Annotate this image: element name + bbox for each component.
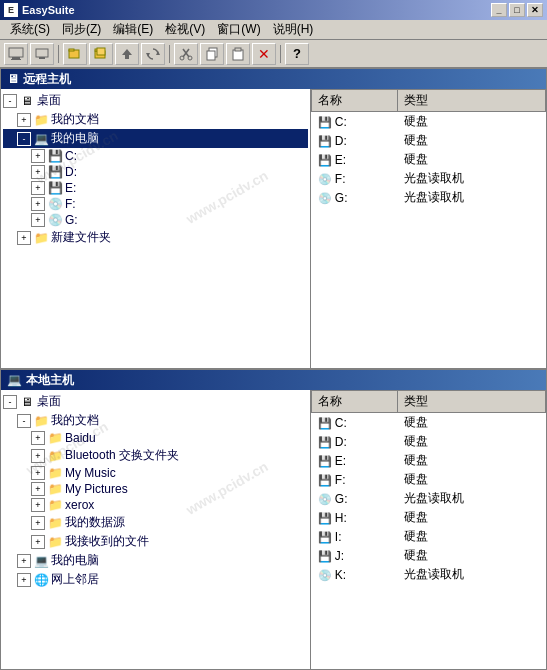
tree-item-local-desktop[interactable]: - 🖥 桌面 — [3, 392, 308, 411]
table-row[interactable]: 💿 G: 光盘读取机 — [312, 188, 546, 207]
tree-item-remote-mydocs[interactable]: + 📁 我的文档 — [3, 110, 308, 129]
expander-remote-e[interactable]: + — [31, 181, 45, 195]
toolbar-btn-cut[interactable] — [174, 43, 198, 65]
table-row[interactable]: 💾 C: 硬盘 — [312, 413, 546, 433]
local-col-type[interactable]: 类型 — [398, 391, 546, 413]
toolbar-btn-help[interactable]: ? — [285, 43, 309, 65]
expander-local-mypictures[interactable]: + — [31, 482, 45, 496]
remote-panel-header: 🖥 远程主机 — [1, 69, 546, 89]
remote-c-label: C: — [65, 149, 77, 163]
expander-local-mydocs[interactable]: - — [17, 414, 31, 428]
menu-system[interactable]: 系统(S) — [4, 19, 56, 40]
expander-local-mycomputer[interactable]: + — [17, 554, 31, 568]
local-panel-icon: 💻 — [7, 373, 22, 387]
expander-local-network[interactable]: + — [17, 573, 31, 587]
expander-local-datasource[interactable]: + — [31, 516, 45, 530]
close-button[interactable]: ✕ — [527, 3, 543, 17]
expander-remote-desktop[interactable]: - — [3, 94, 17, 108]
local-computer-icon: 💻 — [33, 554, 49, 568]
local-col-name[interactable]: 名称 — [312, 391, 398, 413]
expander-local-baidu[interactable]: + — [31, 431, 45, 445]
remote-col-type[interactable]: 类型 — [398, 90, 546, 112]
table-row[interactable]: 💾 D: 硬盘 — [312, 131, 546, 150]
tree-item-remote-newfolder[interactable]: + 📁 新建文件夹 — [3, 228, 308, 247]
expander-remote-d[interactable]: + — [31, 165, 45, 179]
toolbar-btn-3[interactable] — [63, 43, 87, 65]
expander-local-desktop[interactable]: - — [3, 395, 17, 409]
menu-edit[interactable]: 编辑(E) — [107, 19, 159, 40]
tree-item-remote-desktop[interactable]: - 🖥 桌面 — [3, 91, 308, 110]
expander-local-received[interactable]: + — [31, 535, 45, 549]
expander-remote-mydocs[interactable]: + — [17, 113, 31, 127]
toolbar-btn-2[interactable] — [30, 43, 54, 65]
tree-item-local-mymusic[interactable]: + 📁 My Music — [3, 465, 308, 481]
tree-item-remote-f[interactable]: + 💿 F: — [3, 196, 308, 212]
menu-window[interactable]: 窗口(W) — [211, 19, 266, 40]
table-row[interactable]: 💾 E: 硬盘 — [312, 451, 546, 470]
expander-local-mymusic[interactable]: + — [31, 466, 45, 480]
table-row[interactable]: 💾 F: 硬盘 — [312, 470, 546, 489]
tree-item-remote-e[interactable]: + 💾 E: — [3, 180, 308, 196]
expander-remote-newfolder[interactable]: + — [17, 231, 31, 245]
local-tree-panel[interactable]: - 🖥 桌面 - 📁 我的文档 + 📁 Baidu — [1, 390, 311, 669]
maximize-button[interactable]: □ — [509, 3, 525, 17]
remote-tree-panel[interactable]: - 🖥 桌面 + 📁 我的文档 - 💻 我的电脑 + — [1, 89, 311, 368]
tree-item-local-mydocs[interactable]: - 📁 我的文档 — [3, 411, 308, 430]
local-bluetooth-label: Bluetooth 交换文件夹 — [65, 447, 179, 464]
svg-rect-2 — [11, 59, 21, 60]
table-row[interactable]: 💾 J: 硬盘 — [312, 546, 546, 565]
table-row[interactable]: 💾 I: 硬盘 — [312, 527, 546, 546]
toolbar-btn-refresh[interactable] — [141, 43, 165, 65]
svg-rect-1 — [12, 57, 20, 59]
tree-item-local-network[interactable]: + 🌐 网上邻居 — [3, 570, 308, 589]
tree-item-local-mycomputer[interactable]: + 💻 我的电脑 — [3, 551, 308, 570]
minimize-button[interactable]: _ — [491, 3, 507, 17]
remote-panel-title: 远程主机 — [23, 71, 71, 88]
expander-local-xerox[interactable]: + — [31, 498, 45, 512]
tree-item-local-mypictures[interactable]: + 📁 My Pictures — [3, 481, 308, 497]
remote-newfolder-label: 新建文件夹 — [51, 229, 111, 246]
toolbar-btn-copy[interactable] — [200, 43, 224, 65]
tree-item-local-datasource[interactable]: + 📁 我的数据源 — [3, 513, 308, 532]
toolbar-btn-up[interactable] — [115, 43, 139, 65]
expander-remote-g[interactable]: + — [31, 213, 45, 227]
tree-item-remote-c[interactable]: + 💾 C: — [3, 148, 308, 164]
menu-sync[interactable]: 同步(Z) — [56, 19, 107, 40]
table-row[interactable]: 💿 K: 光盘读取机 — [312, 565, 546, 584]
expander-remote-c[interactable]: + — [31, 149, 45, 163]
menu-help[interactable]: 说明(H) — [267, 19, 320, 40]
toolbar-btn-paste[interactable] — [226, 43, 250, 65]
tree-item-remote-mycomputer[interactable]: - 💻 我的电脑 — [3, 129, 308, 148]
tree-item-local-baidu[interactable]: + 📁 Baidu — [3, 430, 308, 446]
computer-icon: 💻 — [33, 132, 49, 146]
toolbar-btn-delete[interactable]: ✕ — [252, 43, 276, 65]
local-file-panel: 名称 类型 💾 C: 硬盘 💾 D: 硬盘 — [311, 390, 546, 669]
table-row[interactable]: 💾 H: 硬盘 — [312, 508, 546, 527]
toolbar-separator-1 — [58, 45, 59, 63]
expander-remote-f[interactable]: + — [31, 197, 45, 211]
tree-item-remote-g[interactable]: + 💿 G: — [3, 212, 308, 228]
menu-view[interactable]: 检视(V) — [159, 19, 211, 40]
toolbar-btn-1[interactable] — [4, 43, 28, 65]
tree-item-local-xerox[interactable]: + 📁 xerox — [3, 497, 308, 513]
folder-icon: 📁 — [33, 113, 49, 127]
table-row[interactable]: 💾 E: 硬盘 — [312, 150, 546, 169]
tree-item-local-received[interactable]: + 📁 我接收到的文件 — [3, 532, 308, 551]
table-row[interactable]: 💿 F: 光盘读取机 — [312, 169, 546, 188]
local-panel-content: - 🖥 桌面 - 📁 我的文档 + 📁 Baidu — [1, 390, 546, 669]
svg-point-16 — [188, 56, 192, 60]
expander-local-bluetooth[interactable]: + — [31, 449, 45, 463]
table-row[interactable]: 💿 G: 光盘读取机 — [312, 489, 546, 508]
expander-remote-mycomputer[interactable]: - — [17, 132, 31, 146]
tree-item-local-bluetooth[interactable]: + 📁 Bluetooth 交换文件夹 — [3, 446, 308, 465]
table-row[interactable]: 💾 D: 硬盘 — [312, 432, 546, 451]
tree-item-remote-d[interactable]: + 💾 D: — [3, 164, 308, 180]
table-row[interactable]: 💾 C: 硬盘 — [312, 112, 546, 132]
svg-rect-6 — [69, 49, 74, 51]
bluetooth-folder-icon: 📁 — [47, 449, 63, 463]
drive-c-icon: 💾 — [47, 149, 63, 163]
toolbar-btn-4[interactable] — [89, 43, 113, 65]
remote-col-name[interactable]: 名称 — [312, 90, 398, 112]
remote-file-panel: 名称 类型 💾 C: 硬盘 💾 D: 硬盘 — [311, 89, 546, 368]
file-type: 硬盘 — [398, 112, 546, 132]
